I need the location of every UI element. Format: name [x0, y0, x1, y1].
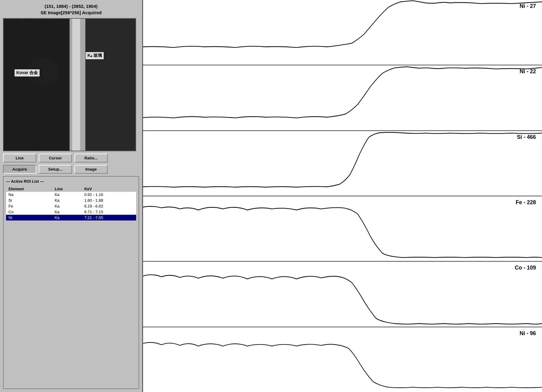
spectrum-svg-co109 [143, 262, 542, 326]
roi-element: Fe [6, 203, 52, 209]
button-row-2: Acquire Setup... Image [3, 165, 139, 174]
sem-label-left: Kovar 合金 [14, 69, 40, 77]
spectrum-svg-fe228 [143, 196, 542, 261]
roi-line: Ka [52, 215, 82, 220]
sem-label-right: K₄ 玻璃 [85, 52, 104, 60]
roi-line: Ka [52, 192, 82, 198]
cursor-button[interactable]: Cursor [39, 154, 72, 162]
roi-kev: 7.21 - 7.65 [82, 215, 136, 220]
col-kev: KeV [82, 186, 136, 192]
svg-rect-3 [72, 19, 80, 151]
spectrum-row-ni22: Ni - 22 [143, 65, 542, 131]
svg-rect-4 [85, 19, 136, 151]
title-line1: (151, 1884) - (3952, 1904) [3, 3, 139, 9]
roi-element: Ni [6, 215, 52, 220]
spectrum-svg-si466 [143, 131, 542, 196]
roi-element: Na [6, 192, 52, 198]
spectrum-label-ni22: Ni - 22 [520, 68, 536, 75]
spectrum-svg-ni22 [143, 65, 542, 130]
ratio-button[interactable]: Ratio... [74, 154, 108, 162]
acquire-button[interactable]: Acquire [3, 165, 36, 174]
sem-image-container: Kovar 合金 K₄ 玻璃 [3, 18, 136, 151]
line-button[interactable]: Line [3, 154, 36, 162]
roi-list-container: — Active ROI List — Element Line KeV Na … [3, 176, 139, 389]
right-panel: Ni - 27 Ni - 22 Si - 466 Fe - 228 Co - 1… [142, 0, 542, 392]
col-element: Element [6, 186, 52, 192]
roi-element: Co [6, 209, 52, 215]
sem-background [4, 19, 136, 151]
spectrum-label-fe228: Fe - 228 [516, 199, 536, 206]
roi-table-row[interactable]: Ni Ka 7.21 - 7.65 [6, 215, 136, 220]
spectrum-svg-ni96 [143, 327, 542, 392]
image-button[interactable]: Image [74, 165, 108, 174]
spectrum-label-co109: Co - 109 [515, 265, 536, 271]
spectrum-label-si466: Si - 466 [517, 134, 536, 140]
roi-table-row[interactable]: Co Ka 6.71 - 7.15 [6, 209, 136, 215]
roi-table-row[interactable]: Fe Ka 6.19 - 6.62 [6, 203, 136, 209]
roi-table: Element Line KeV Na Ka 0.92 - 1.16 Si Ka… [6, 186, 136, 220]
title-line2: SE Image[256*256] Acquired [3, 9, 139, 16]
roi-line: Ka [52, 203, 82, 209]
roi-table-row[interactable]: Na Ka 0.92 - 1.16 [6, 192, 136, 198]
setup-button[interactable]: Setup... [39, 165, 72, 174]
roi-kev: 1.60 - 1.88 [82, 198, 136, 203]
roi-list-title: — Active ROI List — [6, 179, 136, 184]
svg-rect-1 [4, 19, 72, 151]
roi-line: Ka [52, 198, 82, 203]
spectrum-row-co109: Co - 109 [143, 262, 542, 327]
spectrum-label-ni96: Ni - 96 [520, 330, 536, 337]
roi-kev: 6.71 - 7.15 [82, 209, 136, 215]
left-panel: (151, 1884) - (3952, 1904) SE Image[256*… [0, 0, 142, 392]
roi-table-row[interactable]: Si Ka 1.60 - 1.88 [6, 198, 136, 203]
title-area: (151, 1884) - (3952, 1904) SE Image[256*… [3, 3, 139, 16]
roi-element: Si [6, 198, 52, 203]
spectrum-row-fe228: Fe - 228 [143, 196, 542, 262]
spectrum-row-ni27: Ni - 27 [143, 0, 542, 65]
spectrum-svg-ni27 [143, 0, 542, 65]
roi-line: Ka [52, 209, 82, 215]
col-line: Line [52, 186, 82, 192]
button-row-1: Line Cursor Ratio... [3, 154, 139, 162]
sem-noise [4, 19, 136, 151]
spectrum-row-si466: Si - 466 [143, 131, 542, 196]
spectrum-label-ni27: Ni - 27 [520, 3, 536, 9]
roi-kev: 0.92 - 1.16 [82, 192, 136, 198]
spectrum-row-ni96: Ni - 96 [143, 327, 542, 392]
roi-kev: 6.19 - 6.62 [82, 203, 136, 209]
